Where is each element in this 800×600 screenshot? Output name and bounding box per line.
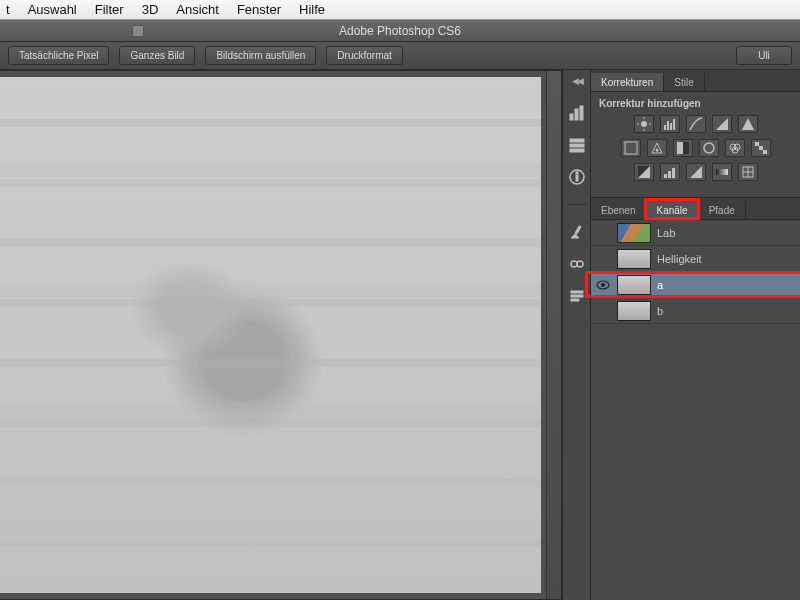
menu-item[interactable]: Ansicht bbox=[176, 2, 219, 17]
channel-row-b[interactable]: b bbox=[591, 298, 800, 324]
svg-rect-13 bbox=[571, 295, 583, 297]
eye-icon bbox=[596, 280, 610, 290]
channel-thumbnail bbox=[617, 275, 651, 295]
fit-screen-button[interactable]: Ganzes Bild bbox=[119, 46, 195, 65]
curves-icon[interactable] bbox=[686, 115, 706, 133]
svg-point-15 bbox=[641, 121, 647, 127]
visibility-toggle[interactable] bbox=[595, 225, 611, 241]
photo-filter-icon[interactable] bbox=[699, 139, 719, 157]
options-bar: Tatsächliche Pixel Ganzes Bild Bildschir… bbox=[0, 42, 800, 70]
svg-rect-1 bbox=[575, 109, 578, 120]
svg-point-30 bbox=[704, 143, 714, 153]
svg-marker-42 bbox=[690, 166, 702, 178]
channels-panel-tabs: Ebenen Kanäle Pfade bbox=[591, 198, 800, 220]
fill-screen-button[interactable]: Bildschirm ausfüllen bbox=[205, 46, 316, 65]
svg-rect-39 bbox=[664, 174, 667, 178]
channel-row-lab[interactable]: Lab bbox=[591, 220, 800, 246]
menu-item[interactable]: 3D bbox=[142, 2, 159, 17]
svg-rect-12 bbox=[571, 291, 583, 293]
channel-thumbnail bbox=[617, 223, 651, 243]
channel-label: Helligkeit bbox=[657, 253, 702, 265]
svg-marker-25 bbox=[742, 118, 754, 130]
corrections-heading: Korrektur hinzufügen bbox=[599, 98, 792, 109]
menu-item[interactable]: Filter bbox=[95, 2, 124, 17]
channel-row-helligkeit[interactable]: Helligkeit bbox=[591, 246, 800, 272]
adjustments-icon[interactable] bbox=[568, 136, 586, 154]
svg-rect-34 bbox=[755, 142, 759, 146]
workspace-switcher[interactable]: Uli bbox=[736, 46, 792, 65]
svg-rect-20 bbox=[664, 125, 666, 130]
print-size-button[interactable]: Druckformat bbox=[326, 46, 402, 65]
channels-panel: Lab Helligkeit a b bbox=[591, 220, 800, 600]
channel-label: Lab bbox=[657, 227, 675, 239]
corrections-panel: Korrektur hinzufügen bbox=[591, 92, 800, 198]
document-canvas[interactable] bbox=[0, 70, 562, 600]
brightness-contrast-icon[interactable] bbox=[634, 115, 654, 133]
info-icon[interactable] bbox=[568, 168, 586, 186]
svg-rect-36 bbox=[763, 150, 767, 154]
svg-rect-8 bbox=[576, 172, 578, 174]
threshold-icon[interactable] bbox=[686, 163, 706, 181]
color-balance-icon[interactable] bbox=[647, 139, 667, 157]
menu-item[interactable]: Auswahl bbox=[28, 2, 77, 17]
invert-icon[interactable] bbox=[634, 163, 654, 181]
channel-label: b bbox=[657, 305, 663, 317]
color-lookup-icon[interactable] bbox=[751, 139, 771, 157]
tab-ebenen[interactable]: Ebenen bbox=[591, 201, 646, 219]
svg-rect-7 bbox=[576, 175, 578, 181]
visibility-toggle[interactable] bbox=[595, 251, 611, 267]
channel-label: a bbox=[657, 279, 663, 291]
tab-pfade[interactable]: Pfade bbox=[699, 201, 746, 219]
image-preview bbox=[0, 77, 541, 593]
black-white-icon[interactable] bbox=[673, 139, 693, 157]
svg-rect-21 bbox=[667, 121, 669, 130]
vibrance-icon[interactable] bbox=[738, 115, 758, 133]
svg-marker-24 bbox=[716, 118, 728, 130]
tab-stile[interactable]: Stile bbox=[664, 73, 704, 91]
menu-item[interactable]: Fenster bbox=[237, 2, 281, 17]
svg-rect-22 bbox=[670, 123, 672, 130]
clone-source-icon[interactable] bbox=[568, 255, 586, 273]
svg-rect-23 bbox=[673, 119, 675, 130]
mac-menubar: t Auswahl Filter 3D Ansicht Fenster Hilf… bbox=[0, 0, 800, 20]
tab-korrekturen[interactable]: Korrekturen bbox=[591, 73, 664, 91]
visibility-toggle[interactable] bbox=[595, 303, 611, 319]
svg-rect-43 bbox=[716, 169, 728, 175]
channel-mixer-icon[interactable] bbox=[725, 139, 745, 157]
svg-rect-5 bbox=[570, 149, 584, 152]
exposure-icon[interactable] bbox=[712, 115, 732, 133]
svg-rect-40 bbox=[668, 171, 671, 178]
app-title: Adobe Photoshop CS6 bbox=[339, 24, 461, 38]
panels-column: Korrekturen Stile Korrektur hinzufügen bbox=[590, 70, 800, 600]
brush-icon[interactable] bbox=[568, 223, 586, 241]
corrections-panel-tabs: Korrekturen Stile bbox=[591, 70, 800, 92]
histogram-icon[interactable] bbox=[568, 104, 586, 122]
svg-rect-35 bbox=[759, 146, 763, 150]
gradient-map-icon[interactable] bbox=[712, 163, 732, 181]
svg-rect-28 bbox=[677, 142, 683, 154]
svg-rect-0 bbox=[570, 114, 573, 120]
posterize-icon[interactable] bbox=[660, 163, 680, 181]
svg-rect-2 bbox=[580, 106, 583, 120]
collapse-handle-icon[interactable]: ◀◀ bbox=[572, 76, 582, 86]
actual-pixels-button[interactable]: Tatsächliche Pixel bbox=[8, 46, 109, 65]
hue-sat-icon[interactable] bbox=[621, 139, 641, 157]
channel-row-a[interactable]: a bbox=[591, 272, 800, 298]
svg-rect-9 bbox=[575, 226, 581, 234]
levels-icon[interactable] bbox=[660, 115, 680, 133]
channel-thumbnail bbox=[617, 249, 651, 269]
paragraph-icon[interactable] bbox=[568, 287, 586, 305]
menu-item[interactable]: t bbox=[6, 2, 10, 17]
selective-color-icon[interactable] bbox=[738, 163, 758, 181]
menu-item[interactable]: Hilfe bbox=[299, 2, 325, 17]
svg-rect-26 bbox=[625, 142, 637, 154]
svg-rect-3 bbox=[570, 139, 584, 142]
visibility-toggle[interactable] bbox=[595, 277, 611, 293]
svg-rect-4 bbox=[570, 144, 584, 147]
document-icon bbox=[132, 25, 144, 37]
svg-point-11 bbox=[577, 261, 583, 267]
channel-thumbnail bbox=[617, 301, 651, 321]
svg-rect-41 bbox=[672, 168, 675, 178]
app-titlebar: Adobe Photoshop CS6 bbox=[0, 20, 800, 42]
tab-kanaele[interactable]: Kanäle bbox=[646, 201, 698, 219]
